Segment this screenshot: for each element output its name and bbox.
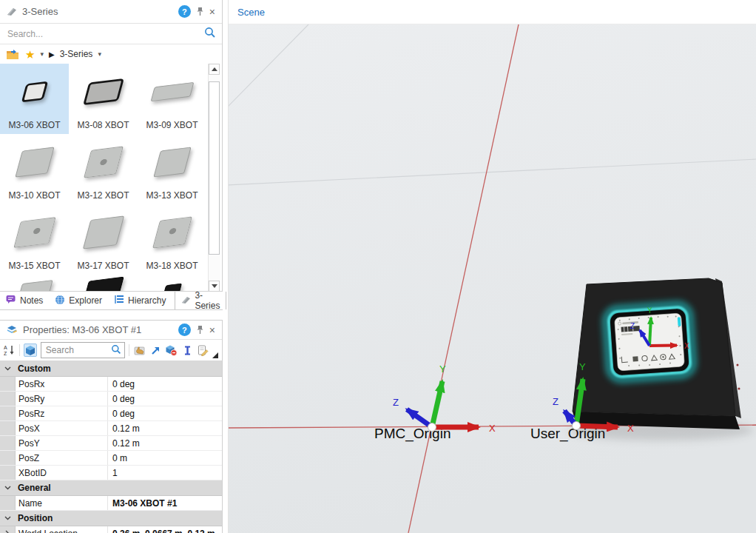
open-folder-icon[interactable] [5, 47, 20, 61]
chevron-down-icon[interactable] [0, 361, 15, 376]
library-item[interactable]: M3-18 XBOT [138, 204, 206, 275]
object-cube-icon[interactable] [24, 343, 37, 357]
close-icon[interactable]: × [209, 325, 215, 335]
dock-options-icon[interactable] [212, 352, 218, 358]
collection-caret-icon[interactable]: ▾ [98, 50, 101, 58]
library-item[interactable]: M3-08 XBOT [69, 64, 138, 134]
axis-z-label: Z [553, 396, 558, 407]
property-value[interactable]: 0 deg [108, 392, 222, 406]
property-label: PosRy [16, 392, 108, 406]
tab-hierarchy[interactable]: Hierarchy [108, 292, 172, 309]
section-title: Position [15, 511, 53, 526]
library-item-grid: M3-06 XBOT M3-08 XBOT M3-09 XBOT M3-10 X… [0, 64, 222, 292]
xbot-thumbnail [82, 215, 124, 249]
collection-name[interactable]: 3-Series [60, 49, 93, 59]
chevron-down-icon[interactable] [0, 511, 15, 526]
tab-3-series[interactable]: 3-Series [175, 292, 226, 309]
properties-titlebar: Properties: M3-06 XBOT #1 ? × [0, 321, 222, 340]
section-header-general[interactable]: General [0, 480, 222, 496]
property-value[interactable]: 0 m [108, 451, 222, 465]
property-label: PosY [16, 436, 108, 450]
application-window: 3-Series ? × ★ ▾ ▶ 3-Series ▾ [0, 0, 756, 533]
close-icon[interactable]: × [209, 7, 215, 17]
library-item[interactable]: M3-10 XBOT [0, 134, 69, 204]
ibeam-icon[interactable] [181, 343, 193, 357]
property-row: PosX 0.12 m [0, 421, 222, 436]
library-item-label: M3-17 XBOT [77, 261, 129, 271]
xbot-thumbnail [153, 147, 191, 178]
scene-panel: Scene [228, 0, 756, 533]
search-icon[interactable] [204, 27, 216, 41]
axis-x-label: X [489, 423, 496, 434]
expand-play-icon[interactable]: ▶ [49, 50, 55, 58]
tab-label: Explorer [69, 295, 102, 306]
svg-text:A: A [4, 345, 7, 350]
tab-scene[interactable]: Scene [237, 7, 265, 18]
tab-label: Hierarchy [128, 295, 166, 306]
properties-toolbar: AZ [0, 340, 222, 361]
chevron-down-icon[interactable] [0, 480, 15, 495]
property-value[interactable]: 0 deg [108, 406, 222, 420]
library-item[interactable]: M3-09 XBOT [138, 64, 206, 134]
sort-az-icon[interactable]: AZ [4, 343, 16, 357]
library-item[interactable]: M3-06 XBOT [0, 64, 69, 134]
tab-explorer[interactable]: Explorer [49, 292, 108, 309]
library-panel: 3-Series ? × ★ ▾ ▶ 3-Series ▾ [0, 0, 223, 310]
scene-tabbar: Scene [229, 0, 756, 24]
section-title: General [15, 480, 51, 495]
edit-document-icon[interactable] [197, 343, 209, 357]
chevron-right-icon[interactable] [0, 526, 16, 533]
properties-title: Properties: M3-06 XBOT #1 [23, 324, 141, 335]
library-scrollbar[interactable] [208, 64, 220, 292]
tab-notes[interactable]: Notes [0, 292, 49, 309]
favorites-caret-icon[interactable]: ▾ [40, 50, 44, 58]
section-header-custom[interactable]: Custom [0, 361, 222, 377]
library-row-partial [0, 275, 222, 292]
cube-remove-icon[interactable] [165, 343, 178, 357]
svg-text:Z: Z [4, 351, 7, 356]
xbot-thumbnail [152, 217, 192, 249]
pin-icon[interactable] [196, 325, 204, 335]
library-title: 3-Series [22, 6, 58, 17]
xbot-thumbnail [16, 280, 53, 292]
pennant-icon [181, 295, 191, 306]
property-value[interactable]: 0 deg [108, 377, 222, 391]
library-item-label: M3-12 XBOT [77, 190, 129, 201]
property-row: PosZ 0 m [0, 451, 222, 466]
library-item-label: M3-15 XBOT [8, 261, 60, 271]
library-item[interactable]: M3-15 XBOT [0, 204, 69, 275]
properties-panel: Properties: M3-06 XBOT #1 ? × AZ [0, 320, 223, 533]
property-grid: Custom PosRx 0 deg PosRy 0 deg PosRz 0 d… [0, 361, 222, 533]
xbot-thumbnail [83, 277, 124, 292]
property-value[interactable]: M3-06 XBOT #1 [108, 496, 222, 510]
section-header-position[interactable]: Position [0, 511, 222, 526]
library-item[interactable]: M3-13 XBOT [138, 134, 206, 204]
help-icon[interactable]: ? [178, 5, 191, 18]
export-arrow-icon[interactable] [150, 343, 162, 357]
search-icon[interactable] [111, 344, 121, 357]
library-item-label: M3-18 XBOT [146, 261, 198, 271]
favorites-star-icon[interactable]: ★ [25, 49, 35, 60]
library-search-input[interactable] [6, 28, 204, 40]
property-row: PosRy 0 deg [0, 392, 222, 406]
axis-z-label: Z [630, 322, 635, 330]
scrollbar-thumb[interactable] [209, 81, 220, 255]
property-value[interactable]: 1 [108, 466, 222, 480]
property-row: World Location 0.36 m, 0.0667 m, 0.12 m [0, 526, 222, 533]
property-value[interactable]: 0.12 m [108, 421, 222, 435]
tab-label: 3-Series [195, 290, 220, 311]
library-item[interactable]: M3-17 XBOT [69, 204, 138, 275]
property-value[interactable]: 0.12 m [108, 436, 222, 450]
help-icon[interactable]: ? [178, 324, 191, 336]
library-item[interactable]: M3-12 XBOT [69, 134, 138, 204]
pin-icon[interactable] [196, 7, 204, 16]
property-label: PosRx [16, 377, 108, 391]
library-search-row [0, 24, 222, 44]
3d-viewport[interactable]: X Y Z PMC_Origin User_Origin X Y Z [229, 24, 756, 533]
properties-icon [7, 325, 18, 335]
property-label: PosX [16, 421, 108, 435]
scroll-up-button[interactable] [209, 64, 220, 75]
property-value[interactable]: 0.36 m, 0.0667 m, 0.12 m [108, 526, 222, 533]
properties-search-input[interactable] [44, 344, 109, 356]
grab-hand-icon[interactable] [133, 343, 146, 357]
